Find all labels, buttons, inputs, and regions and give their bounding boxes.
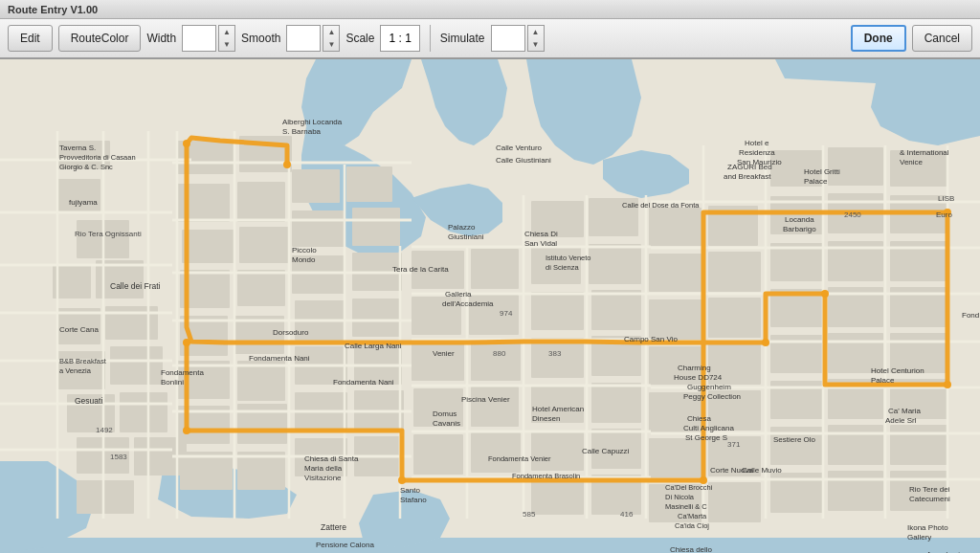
svg-text:Fondamenta: Fondamenta <box>161 368 204 377</box>
svg-text:Ca'ida Cioj: Ca'ida Cioj <box>675 521 709 530</box>
svg-text:Masinelli & C: Masinelli & C <box>665 502 707 511</box>
smooth-input[interactable]: 25 <box>286 25 321 52</box>
svg-text:Gesuati: Gesuati <box>75 396 102 406</box>
svg-text:1492: 1492 <box>96 426 113 434</box>
svg-text:Calle Venturo: Calle Venturo <box>496 144 543 152</box>
svg-text:Sestiere Olo: Sestiere Olo <box>773 435 816 444</box>
width-up-button[interactable]: ▲ <box>219 26 234 38</box>
svg-rect-53 <box>413 434 463 475</box>
edit-button[interactable]: Edit <box>8 25 53 52</box>
svg-text:Euro: Euro <box>936 210 952 219</box>
svg-text:Calle del Dose da Fonta: Calle del Dose da Fonta <box>622 201 700 210</box>
svg-rect-105 <box>828 471 883 511</box>
svg-text:Calle Capuzzi: Calle Capuzzi <box>582 447 630 455</box>
smooth-up-button[interactable]: ▲ <box>323 26 339 38</box>
svg-text:Venier: Venier <box>433 349 455 358</box>
width-down-button[interactable]: ▼ <box>219 38 234 51</box>
simulate-input[interactable]: 8 <box>491 25 525 52</box>
svg-text:Hotel e: Hotel e <box>745 139 769 147</box>
svg-text:fujiyama: fujiyama <box>69 198 98 207</box>
svg-rect-46 <box>471 249 519 289</box>
svg-text:383: 383 <box>548 349 562 358</box>
svg-text:Hotel Gritti: Hotel Gritti <box>804 167 840 176</box>
svg-text:Culti Anglicana: Culti Anglicana <box>683 424 734 432</box>
svg-point-156 <box>944 381 951 388</box>
done-button[interactable]: Done <box>851 25 906 52</box>
width-spinner: 7 ▲ ▼ <box>182 25 235 52</box>
svg-point-151 <box>283 161 291 168</box>
svg-text:Piccolo: Piccolo <box>292 246 317 254</box>
svg-rect-69 <box>649 208 702 246</box>
svg-text:974: 974 <box>500 309 513 318</box>
svg-text:San Vidal: San Vidal <box>524 239 557 248</box>
svg-text:Hotel American: Hotel American <box>532 405 584 413</box>
svg-text:LISB: LISB <box>938 194 954 203</box>
svg-point-155 <box>821 290 829 298</box>
svg-text:Fondamenta Venier: Fondamenta Venier <box>488 454 551 463</box>
svg-text:Gallery: Gallery <box>907 533 931 542</box>
width-label: Width <box>146 32 176 45</box>
svg-text:House DD724: House DD724 <box>674 373 723 382</box>
svg-text:Ca'Del Brocchi: Ca'Del Brocchi <box>665 483 713 492</box>
svg-text:Istituto Veneto: Istituto Veneto <box>546 254 591 262</box>
svg-text:Calle dei Frati: Calle dei Frati <box>110 281 161 291</box>
simulate-arrows: ▲ ▼ <box>527 25 545 52</box>
svg-text:Palazzo: Palazzo <box>448 223 476 232</box>
svg-text:Residenza: Residenza <box>739 148 775 157</box>
svg-text:Cavanis: Cavanis <box>433 419 460 428</box>
smooth-down-button[interactable]: ▼ <box>323 38 339 51</box>
svg-text:San Maurizio: San Maurizio <box>737 158 782 166</box>
width-input[interactable]: 7 <box>182 25 216 52</box>
svg-text:Tera de la Carita: Tera de la Carita <box>392 265 449 274</box>
svg-text:Galleria: Galleria <box>445 290 472 299</box>
svg-rect-18 <box>237 182 285 222</box>
simulate-down-button[interactable]: ▼ <box>528 38 544 51</box>
svg-text:Charming: Charming <box>678 364 711 372</box>
svg-text:Corte Cana: Corte Cana <box>59 325 99 334</box>
svg-text:Visitazione: Visitazione <box>304 474 342 482</box>
svg-text:a Venezia: a Venezia <box>59 366 92 375</box>
svg-text:Guggenheim: Guggenheim <box>687 383 731 391</box>
svg-text:Rio Tere dei: Rio Tere dei <box>909 485 950 494</box>
svg-rect-103 <box>890 425 947 465</box>
route-color-button[interactable]: RouteColor <box>58 25 142 52</box>
svg-text:Di Nicola: Di Nicola <box>665 493 695 501</box>
svg-text:Dinesen: Dinesen <box>532 414 560 423</box>
svg-point-154 <box>762 339 769 346</box>
svg-text:Zattere: Zattere <box>321 522 346 532</box>
svg-text:Chiesa dello: Chiesa dello <box>670 545 713 553</box>
svg-rect-52 <box>471 387 519 427</box>
svg-rect-58 <box>589 244 641 284</box>
simulate-spinner: 8 ▲ ▼ <box>491 25 545 52</box>
simulate-up-button[interactable]: ▲ <box>528 26 544 38</box>
svg-text:Calle Larga Nani: Calle Larga Nani <box>345 342 402 350</box>
scale-display: 1 : 1 <box>380 25 419 52</box>
svg-rect-64 <box>591 383 641 423</box>
cancel-button[interactable]: Cancel <box>912 25 972 52</box>
svg-text:371: 371 <box>727 440 741 449</box>
toolbar-separator <box>430 25 431 52</box>
svg-text:Piscina Venier: Piscina Venier <box>461 395 510 404</box>
svg-rect-34 <box>352 208 400 246</box>
svg-rect-102 <box>828 425 883 465</box>
svg-text:Mondo: Mondo <box>292 255 316 264</box>
svg-rect-9 <box>110 346 163 385</box>
scale-value: 1 : 1 <box>389 32 411 45</box>
svg-text:Fondamenta Brasolin: Fondamenta Brasolin <box>512 472 580 480</box>
svg-text:880: 880 <box>493 349 506 358</box>
svg-text:Bonlini: Bonlini <box>161 378 184 387</box>
smooth-label: Smooth <box>241 32 280 45</box>
svg-rect-73 <box>649 299 702 340</box>
svg-rect-74 <box>708 298 761 338</box>
svg-rect-20 <box>239 227 289 263</box>
svg-text:Dorsoduro: Dorsoduro <box>273 328 309 337</box>
svg-text:Chiesa di Santa: Chiesa di Santa <box>304 454 359 463</box>
svg-text:di Scienza: di Scienza <box>546 263 579 272</box>
svg-point-159 <box>398 476 406 484</box>
title-bar: Route Entry V1.00 <box>0 0 980 19</box>
svg-text:585: 585 <box>523 510 536 519</box>
svg-text:Fondamenta Nani: Fondamenta Nani <box>249 354 310 363</box>
map-container[interactable]: Taverna S. Provveditoria di Casaan Giorg… <box>0 59 980 553</box>
simulate-label: Simulate <box>440 32 485 45</box>
svg-rect-14 <box>77 480 134 514</box>
